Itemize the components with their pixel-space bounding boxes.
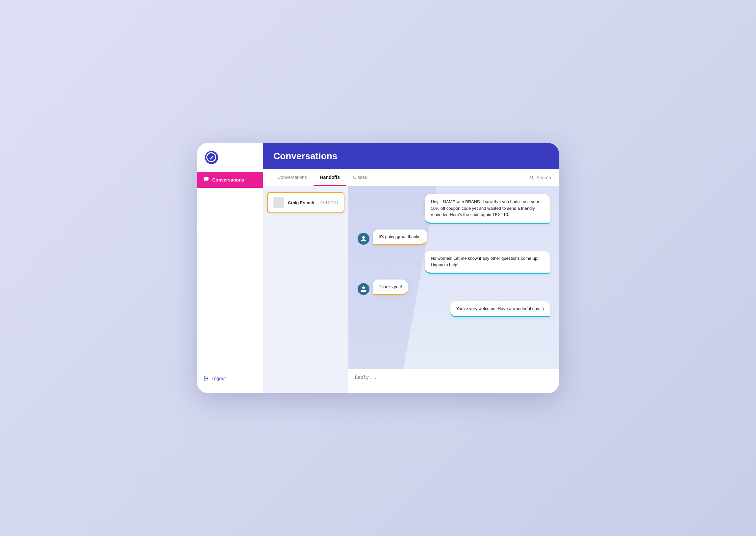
user-icon-2 xyxy=(360,286,367,292)
tab-conversations[interactable]: Conversations xyxy=(271,169,314,186)
main-header: Conversations xyxy=(263,143,559,169)
message-bubble-1: Hey it NAME with BRAND, I saw that you h… xyxy=(425,194,550,223)
page-title: Conversations xyxy=(273,151,548,161)
conv-avatar xyxy=(273,197,284,208)
conv-list-item[interactable]: Craig French 06/17/2021 xyxy=(267,192,344,213)
user-icon-1 xyxy=(360,235,367,242)
chat-messages: Hey it NAME with BRAND, I saw that you h… xyxy=(348,186,559,369)
reply-input[interactable] xyxy=(355,375,552,386)
reply-area xyxy=(348,369,559,393)
tab-handoffs[interactable]: Handoffs xyxy=(314,169,347,186)
user-avatar-1 xyxy=(358,233,369,245)
search-label: Search xyxy=(536,175,551,180)
message-3: No worries! Let me know if any other que… xyxy=(425,251,550,274)
logout-button[interactable]: Logout xyxy=(204,376,256,381)
search-icon xyxy=(529,175,534,180)
sidebar-nav: Conversations xyxy=(197,172,263,376)
app-wrapper: Conversations Logout Conversations Conve… xyxy=(197,143,559,393)
sidebar-logo xyxy=(197,151,263,172)
conv-date: 06/17/2021 xyxy=(321,201,338,205)
content-area: Craig French 06/17/2021 Hey it NAME with… xyxy=(263,186,559,393)
message-2: It's going great thanks! xyxy=(358,229,427,245)
conversation-list: Craig French 06/17/2021 xyxy=(263,186,348,393)
conv-info: Craig French 06/17/2021 xyxy=(288,200,338,205)
sidebar-item-conversations-label: Conversations xyxy=(212,177,244,183)
conversations-icon xyxy=(204,177,209,183)
logout-icon xyxy=(204,376,209,381)
search-button[interactable]: Search xyxy=(529,175,551,180)
main-area: Conversations Conversations Handoffs Clo… xyxy=(263,143,559,393)
conv-name: Craig French xyxy=(288,200,314,205)
tab-closed[interactable]: Closed xyxy=(346,169,374,186)
tabs-bar: Conversations Handoffs Closed Search xyxy=(263,169,559,186)
message-4: Thanks you! xyxy=(358,280,408,295)
logout-label: Logout xyxy=(212,376,226,381)
user-avatar-2 xyxy=(358,283,369,295)
sidebar-item-conversations[interactable]: Conversations xyxy=(197,172,263,188)
app-logo-icon xyxy=(205,151,218,164)
chat-area: Hey it NAME with BRAND, I saw that you h… xyxy=(348,186,559,393)
message-5: You're very welcome! Have a wonderful da… xyxy=(450,301,550,318)
sidebar-footer: Logout xyxy=(197,376,263,386)
message-bubble-3: No worries! Let me know if any other que… xyxy=(425,251,550,274)
message-bubble-4: Thanks you! xyxy=(373,280,408,295)
message-bubble-2: It's going great thanks! xyxy=(373,229,427,245)
message-1: Hey it NAME with BRAND, I saw that you h… xyxy=(425,194,550,223)
message-bubble-5: You're very welcome! Have a wonderful da… xyxy=(450,301,550,318)
sidebar: Conversations Logout xyxy=(197,143,263,393)
